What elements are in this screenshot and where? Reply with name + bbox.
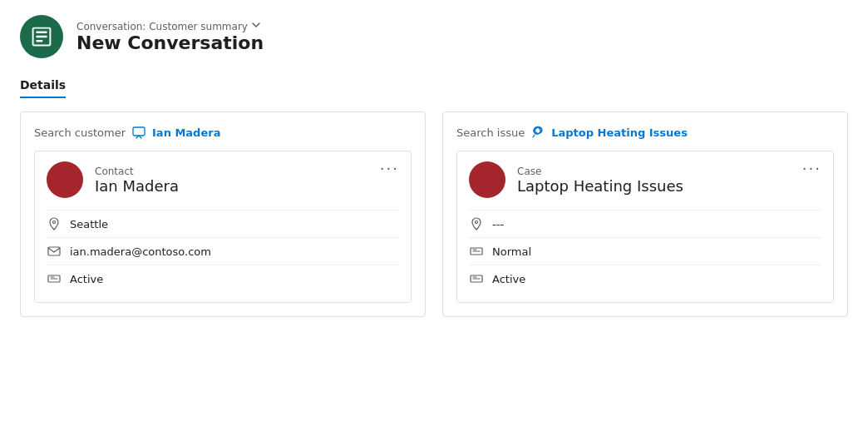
- status-icon: [47, 272, 62, 285]
- customer-avatar: [47, 161, 83, 198]
- svg-rect-2: [37, 36, 47, 38]
- issue-card-type: Case: [517, 166, 791, 177]
- cards-row: Search customer Ian Madera Contact Ian M…: [20, 111, 848, 317]
- customer-field-email: ian.madera@contoso.com: [47, 237, 399, 265]
- customer-location-value: Seattle: [70, 218, 108, 230]
- svg-point-11: [476, 221, 478, 224]
- page-title: New Conversation: [76, 32, 264, 53]
- customer-fields: Seattle ian.madera@contoso.com: [47, 210, 399, 292]
- issue-inner-card: Case Laptop Heating Issues ··· ---: [456, 151, 834, 303]
- customer-card-type: Contact: [95, 166, 368, 177]
- customer-inner-card: Contact Ian Madera ··· Seattle: [34, 151, 412, 303]
- customer-more-button[interactable]: ···: [380, 161, 399, 176]
- chevron-down-icon[interactable]: [251, 20, 261, 32]
- issue-field-status: Active: [469, 265, 821, 292]
- svg-rect-1: [37, 32, 47, 34]
- issue-card-name: Laptop Heating Issues: [517, 177, 791, 195]
- issue-field-priority: Normal: [469, 237, 821, 265]
- svg-point-5: [53, 221, 56, 224]
- issue-avatar: [469, 161, 506, 198]
- customer-card-header: Contact Ian Madera ···: [47, 161, 399, 198]
- customer-search-value[interactable]: Ian Madera: [152, 126, 220, 139]
- customer-search-icon[interactable]: [132, 126, 145, 139]
- issue-search-label: Search issue: [456, 126, 525, 139]
- issue-fields: --- Normal: [469, 210, 821, 292]
- issue-priority-value: Normal: [492, 245, 531, 258]
- page-header: Conversation: Customer summary New Conve…: [20, 15, 848, 58]
- conversation-icon: [20, 15, 63, 58]
- subtitle-text: Conversation: Customer summary: [76, 21, 248, 32]
- issue-location-icon: [469, 217, 484, 230]
- header-text-block: Conversation: Customer summary New Conve…: [76, 20, 264, 53]
- tab-details[interactable]: Details: [20, 78, 66, 98]
- header-subtitle: Conversation: Customer summary: [76, 20, 264, 32]
- issue-search-icon[interactable]: [531, 126, 545, 139]
- issue-status-icon: [469, 272, 484, 285]
- customer-email-value: ian.madera@contoso.com: [70, 245, 211, 258]
- svg-rect-4: [133, 127, 145, 136]
- customer-status-value: Active: [70, 273, 103, 285]
- priority-icon: [469, 245, 484, 258]
- issue-location-value: ---: [492, 218, 504, 230]
- issue-more-button[interactable]: ···: [802, 161, 821, 176]
- email-icon: [47, 245, 62, 258]
- customer-card-info: Contact Ian Madera: [95, 166, 368, 195]
- svg-rect-3: [37, 40, 43, 42]
- customer-search-bar: Search customer Ian Madera: [34, 126, 412, 139]
- issue-panel: Search issue Laptop Heating Issues: [442, 111, 848, 317]
- details-tab-section: Details: [20, 78, 848, 98]
- issue-field-location: ---: [469, 210, 821, 237]
- customer-field-location: Seattle: [47, 210, 399, 237]
- issue-status-value: Active: [492, 273, 525, 285]
- issue-card-info: Case Laptop Heating Issues: [517, 166, 791, 195]
- issue-search-value[interactable]: Laptop Heating Issues: [551, 126, 688, 139]
- issue-search-bar: Search issue Laptop Heating Issues: [456, 126, 834, 139]
- customer-card-name: Ian Madera: [95, 177, 368, 195]
- customer-field-status: Active: [47, 265, 399, 292]
- customer-search-label: Search customer: [34, 126, 126, 139]
- svg-rect-6: [48, 247, 60, 255]
- customer-panel: Search customer Ian Madera Contact Ian M…: [20, 111, 426, 317]
- location-icon: [47, 217, 62, 230]
- issue-card-header: Case Laptop Heating Issues ···: [469, 161, 821, 198]
